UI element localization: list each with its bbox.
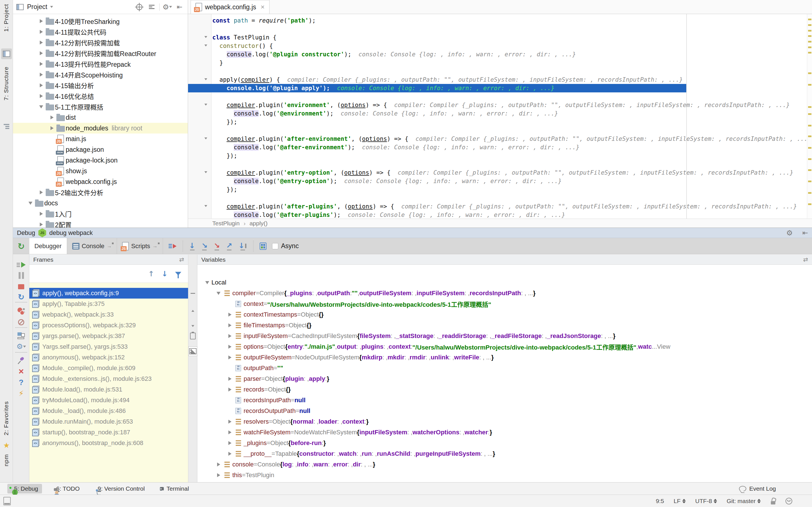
frame-row[interactable]: Yargs.self.parse(), yargs.js:533 bbox=[29, 341, 188, 352]
fold-icon[interactable] bbox=[204, 78, 207, 80]
expander-icon[interactable] bbox=[225, 323, 234, 327]
expander-icon[interactable] bbox=[214, 462, 223, 466]
fold-icon[interactable] bbox=[204, 36, 207, 38]
locate-file-icon[interactable] bbox=[135, 2, 144, 12]
settings-gear-icon[interactable]: ⚙ bbox=[13, 341, 29, 351]
restore-layout-icon[interactable] bbox=[13, 331, 29, 341]
editor-gutter[interactable] bbox=[188, 14, 211, 219]
stripe-mark[interactable] bbox=[808, 41, 811, 43]
tree-item[interactable]: JSONpackage-lock.json bbox=[13, 155, 188, 166]
copy-stack-icon[interactable] bbox=[188, 331, 197, 341]
variable-row[interactable]: fileTimestamps = Object {} bbox=[197, 320, 812, 331]
frame-up-icon[interactable]: ↑ bbox=[148, 270, 154, 278]
tree-item[interactable]: 4-12分割代码按需加载 bbox=[13, 37, 188, 48]
expander-icon[interactable] bbox=[214, 292, 223, 295]
code-editor[interactable]: const path = require('path');class TestP… bbox=[188, 14, 812, 219]
expander-icon[interactable] bbox=[225, 452, 234, 456]
stripe-mark[interactable] bbox=[808, 52, 811, 54]
tree-item[interactable]: node_moduleslibrary root bbox=[13, 123, 188, 133]
tree-item[interactable]: 1入门 bbox=[13, 209, 188, 219]
encoding-selector[interactable]: UTF-8 bbox=[695, 498, 717, 504]
frame-row[interactable]: Module.runMain(), module.js:653 bbox=[29, 416, 188, 427]
expander-icon[interactable] bbox=[225, 345, 234, 349]
close-icon[interactable]: × bbox=[261, 3, 265, 11]
variable-row[interactable]: contextTimestamps = Object {} bbox=[197, 309, 812, 320]
expander-icon[interactable] bbox=[225, 355, 234, 359]
frame-row[interactable]: startup(), bootstrap_node.js:187 bbox=[29, 427, 188, 438]
variable-row[interactable]: records = Object {} bbox=[197, 384, 812, 395]
stripe-button-npm[interactable]: npm bbox=[3, 454, 10, 466]
tree-item[interactable]: 4-13提升代码性能Prepack bbox=[13, 59, 188, 69]
error-stripe[interactable] bbox=[807, 14, 812, 219]
thumbnail-icon[interactable] bbox=[188, 346, 197, 356]
stripe-mark[interactable] bbox=[808, 30, 811, 32]
frame-row[interactable]: anonymous(), webpack.js:152 bbox=[29, 352, 188, 363]
tree-item[interactable]: dist bbox=[13, 112, 188, 123]
variable-row[interactable]: outputFileSystem = NodeOutputFileSystem … bbox=[197, 352, 812, 363]
stripe-mark[interactable] bbox=[808, 35, 811, 37]
chevron-down-icon[interactable] bbox=[50, 6, 53, 8]
variable-row[interactable]: this = TestPlugin bbox=[197, 470, 812, 481]
toolwindow-button-terminal[interactable]: >_Terminal bbox=[156, 483, 193, 494]
fold-icon[interactable] bbox=[204, 205, 207, 207]
stripe-button-project[interactable]: 1: Project bbox=[3, 4, 10, 32]
force-step-into-icon[interactable]: ↘ bbox=[214, 242, 220, 250]
variable-row[interactable]: watchFileSystem = NodeWatchFileSystem {i… bbox=[197, 427, 812, 438]
breadcrumb-class[interactable]: TestPlugin bbox=[212, 220, 240, 227]
toolwindow-button-debug[interactable]: 5: Debug bbox=[7, 484, 42, 494]
frame-row[interactable]: apply(), Tapable.js:375 bbox=[29, 298, 188, 309]
expander-icon[interactable] bbox=[203, 281, 211, 284]
fold-icon[interactable] bbox=[204, 104, 207, 106]
variable-row[interactable]: console = Console {log: , info: , warn: … bbox=[197, 459, 812, 470]
tree-item[interactable]: JSshow.js bbox=[13, 166, 188, 176]
frame-row[interactable]: processOptions(), webpack.js:329 bbox=[29, 320, 188, 331]
structure-stripe-icon[interactable] bbox=[1, 121, 12, 132]
toolwindow-switcher-icon[interactable] bbox=[3, 497, 11, 505]
toolwindow-button-todo[interactable]: 6: TODO bbox=[49, 484, 84, 494]
breadcrumb-method[interactable]: apply() bbox=[250, 220, 267, 227]
stripe-mark[interactable] bbox=[808, 125, 811, 126]
expander-icon[interactable] bbox=[225, 420, 234, 424]
stripe-mark[interactable] bbox=[808, 113, 811, 115]
show-execution-point-icon[interactable] bbox=[168, 244, 176, 248]
frame-row[interactable]: Module._load(), module.js:486 bbox=[29, 406, 188, 416]
frame-row[interactable]: apply(), webpack.config.js:9 bbox=[29, 288, 188, 298]
tree-item[interactable]: 4-12分割代码按需加载ReactRouter bbox=[13, 48, 188, 59]
stripe-mark[interactable] bbox=[808, 169, 811, 171]
rerun-icon[interactable]: ↻ bbox=[13, 238, 29, 255]
variable-row[interactable]: __proto__ = Tapable {constructor: , watc… bbox=[197, 448, 812, 459]
variable-row[interactable]: options = Object {entry: "./main.js", ou… bbox=[197, 341, 812, 352]
chevron-down-icon[interactable] bbox=[188, 321, 197, 331]
tree-item[interactable]: 5-2输出文件分析 bbox=[13, 187, 188, 198]
variable-row[interactable]: parser = Object {plugin: , apply: } bbox=[197, 374, 812, 384]
variable-row[interactable]: _plugins = Object {before-run: } bbox=[197, 438, 812, 448]
hide-toolwindow-icon[interactable]: ⇤ bbox=[802, 229, 808, 237]
frame-row[interactable]: tryModuleLoad(), module.js:494 bbox=[29, 395, 188, 406]
variable-row[interactable]: Local bbox=[197, 277, 812, 288]
variable-row[interactable]: inputFileSystem = CachedInputFileSystem … bbox=[197, 331, 812, 341]
help-icon[interactable]: ? bbox=[13, 378, 29, 388]
run-to-cursor-icon[interactable]: ↓I bbox=[239, 242, 247, 250]
expander-icon[interactable] bbox=[225, 388, 234, 392]
line-ending-selector[interactable]: LF bbox=[673, 498, 686, 504]
fold-icon[interactable] bbox=[204, 45, 207, 47]
variable-row[interactable]: 1001context = "/Users/halwu/WebstormProj… bbox=[197, 298, 812, 309]
expander-icon[interactable] bbox=[225, 313, 234, 317]
hector-icon[interactable] bbox=[785, 498, 792, 504]
tree-item[interactable]: 5-1工作原理概括 bbox=[13, 101, 188, 112]
frame-row[interactable]: yargs.parse(), webpack.js:387 bbox=[29, 331, 188, 341]
resume-icon[interactable] bbox=[13, 260, 29, 270]
variable-row[interactable]: resolvers = Object {normal: , loader: , … bbox=[197, 416, 812, 427]
mute-breakpoints-icon[interactable] bbox=[13, 317, 29, 327]
step-over-icon[interactable]: ↓ bbox=[189, 242, 195, 250]
filter-icon[interactable] bbox=[175, 272, 181, 276]
project-panel-title[interactable]: Project bbox=[27, 3, 47, 11]
variable-row[interactable]: 1001recordsInputPath = null bbox=[197, 395, 812, 406]
stripe-mark[interactable] bbox=[808, 135, 811, 137]
caret-position[interactable]: 9:5 bbox=[656, 498, 664, 504]
fold-icon[interactable] bbox=[204, 171, 207, 173]
expander-icon[interactable] bbox=[225, 441, 234, 445]
frame-down-icon[interactable]: ↓ bbox=[161, 270, 168, 278]
gear-icon[interactable]: ⚙ bbox=[162, 2, 172, 12]
stripe-mark[interactable] bbox=[808, 84, 811, 86]
